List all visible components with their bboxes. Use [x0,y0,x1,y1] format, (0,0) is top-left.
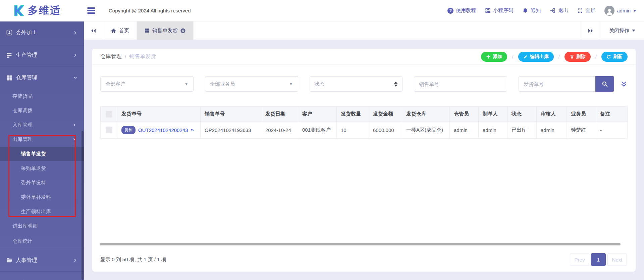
shipment-no-input[interactable] [519,76,595,92]
card-header: 仓库管理 / 销售单发货 添加 / 编辑出库 / [92,49,636,65]
col-status: 状态 [507,107,537,122]
toolbar-separator: / [595,54,597,59]
chevron-down-icon [73,138,76,141]
cell-ship-date: 2024-10-24 [261,122,298,139]
open-detail-arrows-icon[interactable]: » [191,127,194,133]
customer-select-value: 全部客户 [105,81,125,87]
user-menu[interactable]: admin ▼ [604,6,637,16]
select-all-checkbox[interactable] [106,111,112,118]
next-page-button[interactable]: Next [607,253,627,266]
customer-select[interactable]: 全部客户 ▼ [100,76,194,92]
sidebar-scrollbar[interactable] [82,131,84,280]
tab-sales-shipment[interactable]: 销售单发货 [137,21,194,40]
sales-order-no-input[interactable] [414,76,507,92]
search-button[interactable] [595,76,614,92]
nav-miniprogram-label: 小程序码 [493,7,513,14]
sidebar-item-label: 入库管理 [12,122,33,128]
add-button-label: 添加 [493,54,502,60]
expand-filters-icon[interactable] [620,80,628,88]
trash-icon [570,54,574,59]
horizontal-scrollbar[interactable] [100,243,621,245]
close-operations-dropdown[interactable]: 关闭操作 [600,21,644,40]
nav-notifications[interactable]: 通知 [522,7,541,14]
nav-tutorial[interactable]: ? 使用教程 [447,7,476,14]
chevron-right-icon [73,53,77,57]
tab-close-icon[interactable] [180,28,186,34]
sidebar-item-production[interactable]: 生产管理 [0,44,84,66]
sidebar-item-label: 生产领料出库 [21,208,51,215]
shipment-no-link[interactable]: OUT20241024200243 [138,127,188,133]
sidebar-item-finance[interactable]: 财务管理 [0,272,84,280]
edit-outbound-button-label: 编辑出库 [530,54,549,60]
tab-home[interactable]: 首页 [103,21,137,40]
sidebar-item-sales-shipment[interactable]: 销售单发货 [0,147,84,161]
table-row[interactable]: 复制 OUT20241024200243 » OP20241024193633 … [101,122,628,139]
sidebar-item-warehouse[interactable]: 仓库管理 [0,66,84,89]
sidebar-item-production-picking[interactable]: 生产领料出库 [0,204,84,219]
toolbar: 添加 / 编辑出库 / 删除 / [481,52,628,62]
sidebar-item-inbound-mgmt[interactable]: 入库管理 [0,118,84,132]
question-circle-icon: ? [447,8,453,14]
tab-home-label: 首页 [119,28,129,34]
nav-fullscreen-label: 全屏 [585,7,595,14]
delete-button[interactable]: 删除 [565,52,591,62]
col-customer: 客户 [298,107,337,122]
row-checkbox[interactable] [106,127,112,133]
production-icon [6,52,13,58]
tabs-scroll-right-button[interactable] [581,21,600,40]
sidebar-item-inout-detail[interactable]: 进出库明细 [0,219,84,233]
col-sales-no: 销售单号 [201,107,261,122]
sidebar-item-purchase-return[interactable]: 采购单退货 [0,161,84,176]
nav-notifications-label: 通知 [531,7,541,14]
sidebar-item-warehouse-stats[interactable]: 仓库统计 [0,233,84,249]
shipment-no-search-group [519,76,614,92]
delete-button-label: 删除 [576,54,586,60]
refresh-button[interactable]: 刷新 [601,52,628,62]
chevron-down-icon: ▼ [289,82,293,86]
folder-open-icon [6,257,13,264]
col-auditor: 审核人 [537,107,567,122]
cell-creator: admin [479,122,507,139]
sidebar-item-outsource-reissue[interactable]: 委外单补发料 [0,190,84,204]
nav-miniprogram-qr[interactable]: 小程序码 [485,7,513,14]
sidebar-item-label: 销售单发货 [21,151,46,157]
sidebar-item-label: 仓库管理 [16,74,37,81]
status-select[interactable]: 状态 [310,76,403,92]
current-page-button[interactable]: 1 [591,253,606,266]
sidebar-item-label: 仓库统计 [12,238,33,244]
salesperson-select[interactable]: 全部业务员 ▼ [205,76,298,92]
qrcode-icon [485,8,491,13]
col-creator: 制单人 [479,107,507,122]
chevron-down-icon: ▼ [184,82,189,86]
sidebar-item-stored-goods[interactable]: 存储货品 [0,89,84,103]
close-operations-label: 关闭操作 [609,28,629,34]
refresh-icon [606,54,611,59]
add-button[interactable]: 添加 [481,52,507,62]
nav-logout-label: 退出 [558,7,568,14]
sidebar-item-label: 出库管理 [12,136,33,143]
sidebar-item-label: 委外单发料 [21,180,46,186]
hamburger-menu-icon[interactable] [87,7,95,14]
data-table: 发货单号 销售单号 发货日期 客户 发货数量 发货金额 发货仓库 仓管员 制单人… [100,106,628,139]
outsourcing-icon [6,29,13,36]
tabs-scroll-left-button[interactable] [84,21,103,40]
sidebar-item-warehouse-transfer[interactable]: 仓库调拨 [0,103,84,118]
copyright-text: Copyright @ 2024 All rights reserved [109,8,191,13]
username-label: admin [617,8,631,13]
plus-icon [486,54,491,59]
sidebar-item-outsource-issue[interactable]: 委外单发料 [0,176,84,190]
table-header-row: 发货单号 销售单号 发货日期 客户 发货数量 发货金额 发货仓库 仓管员 制单人… [101,107,628,122]
sidebar-item-outbound-mgmt[interactable]: 出库管理 [0,132,84,147]
pagination-summary: 显示 0 到 50 项, 共 1 页 / 1 项 [100,256,166,263]
sidebar-item-outsourcing[interactable]: 委外加工 [0,21,84,44]
edit-outbound-button[interactable]: 编辑出库 [518,52,554,62]
nav-logout[interactable]: 退出 [550,7,568,14]
cell-storekeeper: admin [450,122,479,139]
copy-badge[interactable]: 复制 [121,126,136,134]
prev-page-button[interactable]: Prev [570,253,589,266]
sidebar-item-hr[interactable]: 人事管理 [0,249,84,272]
logo[interactable]: 多维适 [0,4,84,17]
top-header: 多维适 Copyright @ 2024 All rights reserved… [0,0,644,21]
nav-fullscreen[interactable]: 全屏 [577,7,595,14]
breadcrumb-parent[interactable]: 仓库管理 [100,53,122,60]
